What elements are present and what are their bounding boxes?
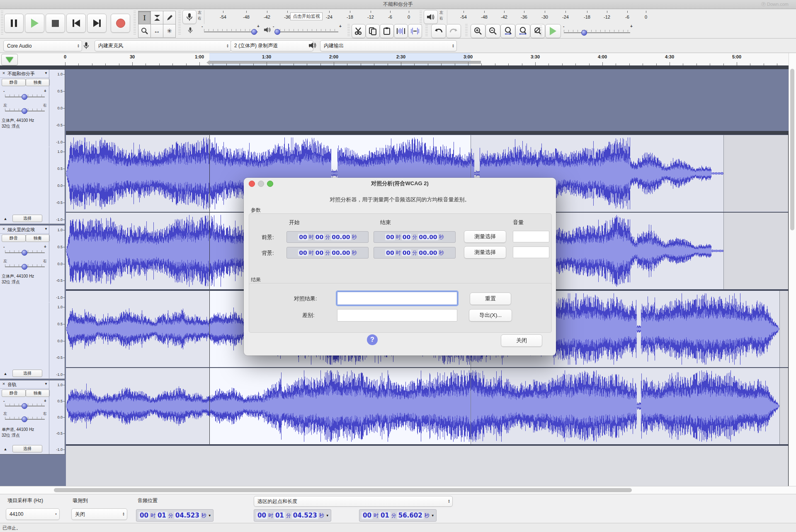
quick-play-band[interactable] bbox=[209, 61, 481, 64]
pan-thumb[interactable] bbox=[22, 264, 27, 270]
zoom-tool-button[interactable] bbox=[138, 24, 151, 38]
bg-volume-field[interactable] bbox=[513, 247, 549, 258]
solo-button[interactable]: 独奏 bbox=[26, 235, 50, 242]
export-button[interactable]: 导出(X)... bbox=[469, 309, 512, 322]
playback-meter[interactable]: -54-48-42-36-30-24-18-12-60 bbox=[447, 10, 655, 24]
track-title[interactable]: 音轨 bbox=[7, 382, 41, 388]
zoom-selection-button[interactable] bbox=[500, 24, 515, 38]
vertical-scrollbar[interactable] bbox=[789, 53, 796, 486]
play-speed-slider[interactable] bbox=[564, 30, 630, 32]
horizontal-scrollbar[interactable] bbox=[0, 486, 796, 494]
monitor-hint[interactable]: 点击开始监视 bbox=[290, 12, 323, 20]
paste-button[interactable] bbox=[380, 24, 394, 38]
close-track-icon[interactable]: × bbox=[1, 226, 7, 232]
collapse-track-icon[interactable]: ▲ bbox=[1, 216, 10, 222]
record-channels-select[interactable]: 2 (立体声) 录制声道▲▼ bbox=[231, 40, 313, 51]
play-speed-thumb[interactable] bbox=[581, 30, 587, 36]
mute-button[interactable]: 静音 bbox=[2, 235, 26, 242]
reset-button[interactable]: 重置 bbox=[470, 293, 511, 305]
gain-thumb[interactable] bbox=[22, 250, 27, 256]
skip-start-button[interactable] bbox=[66, 14, 86, 33]
track-title[interactable]: 烟火里的尘埃 bbox=[7, 227, 41, 233]
toolbar-grip[interactable] bbox=[133, 11, 136, 35]
multi-tool-button[interactable]: ✳ bbox=[163, 24, 176, 38]
difference-field[interactable] bbox=[337, 309, 457, 322]
close-track-icon[interactable]: × bbox=[1, 70, 7, 77]
fg-volume-field[interactable] bbox=[513, 231, 549, 242]
toolbar-grip[interactable] bbox=[465, 24, 468, 37]
zoom-in-button[interactable] bbox=[471, 24, 485, 38]
record-volume-slider[interactable] bbox=[204, 29, 258, 31]
pan-thumb[interactable] bbox=[22, 416, 27, 422]
close-button[interactable]: 关闭 bbox=[501, 334, 542, 347]
playback-volume-thumb[interactable] bbox=[274, 29, 280, 35]
collapse-track-icon[interactable]: ▲ bbox=[1, 446, 10, 452]
vertical-scrollbar-thumb[interactable] bbox=[790, 69, 794, 230]
play-at-speed-button[interactable] bbox=[545, 24, 561, 38]
measure-fg-button[interactable]: 测量选择 bbox=[464, 230, 506, 243]
toolbar-grip[interactable] bbox=[1, 11, 3, 35]
input-device-select[interactable]: 内建麦克风▲▼ bbox=[95, 40, 231, 51]
toolbar-grip[interactable] bbox=[347, 24, 350, 37]
solo-button[interactable]: 独奏 bbox=[26, 79, 50, 86]
undo-button[interactable] bbox=[431, 24, 446, 38]
toolbar-grip[interactable] bbox=[178, 11, 181, 35]
rate-select[interactable]: 44100▼ bbox=[6, 508, 60, 520]
track-title[interactable]: 不能和你分手 bbox=[7, 71, 41, 77]
toolbar-grip[interactable] bbox=[540, 24, 542, 37]
timeline-ruler[interactable]: 0301:001:302:002:303:003:304:004:305:00 bbox=[0, 53, 796, 66]
mute-button[interactable]: 静音 bbox=[2, 79, 26, 86]
record-button[interactable] bbox=[111, 14, 130, 33]
skip-end-button[interactable] bbox=[87, 14, 107, 33]
playback-volume-slider[interactable] bbox=[275, 29, 338, 31]
bg-start-time[interactable]: 00时 00分 00.00秒 bbox=[286, 247, 369, 259]
silence-audio-button[interactable] bbox=[408, 24, 422, 38]
mute-button[interactable]: 静音 bbox=[2, 389, 26, 397]
track-menu-caret-icon[interactable]: ▼ bbox=[44, 71, 48, 75]
copy-button[interactable] bbox=[366, 24, 380, 38]
play-button[interactable] bbox=[25, 14, 44, 33]
pinned-play-head-button[interactable] bbox=[1, 54, 18, 65]
stop-button[interactable] bbox=[46, 14, 65, 33]
track-menu-caret-icon[interactable]: ▼ bbox=[44, 382, 48, 386]
select-track-button[interactable]: 选择 bbox=[12, 370, 42, 377]
draw-tool-button[interactable] bbox=[163, 11, 176, 24]
fg-start-time[interactable]: 00时 00分 00.00秒 bbox=[286, 231, 369, 243]
pan-thumb[interactable] bbox=[22, 108, 27, 114]
collapse-track-icon[interactable]: ▲ bbox=[1, 371, 10, 377]
selection-tool-button[interactable]: I bbox=[138, 11, 151, 24]
selection-mode-select[interactable]: 选区的起点和长度▲▼ bbox=[254, 496, 453, 507]
fg-end-time[interactable]: 00时 00分 00.00秒 bbox=[374, 231, 456, 243]
timeshift-tool-button[interactable]: ↔ bbox=[150, 24, 163, 38]
cut-button[interactable] bbox=[352, 24, 366, 38]
horizontal-scrollbar-thumb[interactable] bbox=[54, 488, 632, 492]
measure-bg-button[interactable]: 测量选择 bbox=[464, 246, 506, 259]
zoom-toggle-button[interactable] bbox=[530, 24, 545, 38]
snap-select[interactable]: 关闭▲▼ bbox=[71, 508, 127, 520]
gain-thumb[interactable] bbox=[22, 403, 27, 409]
output-device-select[interactable]: 内建输出▲▼ bbox=[320, 40, 457, 51]
audio-position-time[interactable]: 00时 01分 04.523秒 ▼ bbox=[136, 509, 214, 522]
envelope-tool-button[interactable] bbox=[150, 11, 163, 24]
playback-meter-button[interactable] bbox=[424, 10, 438, 24]
record-volume-thumb[interactable] bbox=[251, 29, 257, 35]
help-button[interactable]: ? bbox=[367, 334, 378, 345]
redo-button[interactable] bbox=[446, 24, 461, 38]
selection-length-time[interactable]: 00时 01分 56.602秒 ▼ bbox=[359, 509, 437, 522]
record-meter-button[interactable] bbox=[182, 10, 197, 24]
toolbar-grip[interactable] bbox=[425, 24, 428, 37]
track-menu-caret-icon[interactable]: ▼ bbox=[44, 227, 48, 231]
select-track-button[interactable]: 选择 bbox=[12, 445, 42, 452]
contrast-result-field[interactable] bbox=[337, 292, 457, 305]
selection-start-time[interactable]: 00时 01分 04.523秒 ▼ bbox=[254, 509, 331, 522]
bg-end-time[interactable]: 00时 00分 00.00秒 bbox=[374, 247, 456, 259]
zoom-out-button[interactable] bbox=[485, 24, 500, 38]
gain-thumb[interactable] bbox=[22, 94, 27, 100]
solo-button[interactable]: 独奏 bbox=[26, 389, 50, 397]
select-track-button[interactable]: 选择 bbox=[12, 215, 42, 222]
pause-button[interactable] bbox=[4, 14, 24, 33]
zoom-fit-project-button[interactable] bbox=[515, 24, 530, 38]
audio-host-select[interactable]: Core Audio▲▼ bbox=[3, 40, 82, 51]
trim-audio-button[interactable] bbox=[394, 24, 408, 38]
close-track-icon[interactable]: × bbox=[1, 381, 7, 387]
